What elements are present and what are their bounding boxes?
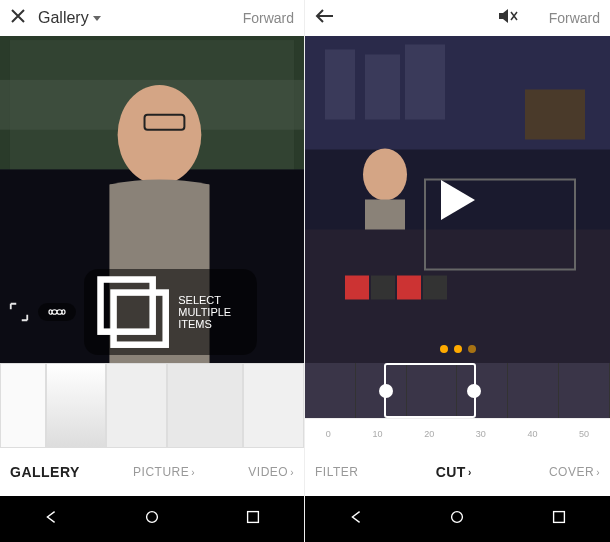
expand-icon[interactable] — [8, 301, 30, 323]
infinity-button[interactable] — [38, 303, 76, 321]
svg-rect-16 — [525, 90, 585, 140]
trim-handle-left[interactable] — [379, 384, 393, 398]
svg-point-17 — [363, 149, 407, 201]
chevron-right-icon: › — [468, 467, 472, 478]
gallery-dropdown-label: Gallery — [38, 9, 89, 27]
nav-home-icon[interactable] — [143, 508, 161, 530]
list-item[interactable] — [243, 363, 304, 448]
gallery-dropdown[interactable]: Gallery — [38, 9, 101, 27]
bottom-tabs-right: FILTER CUT› COVER› — [305, 448, 610, 496]
svg-rect-13 — [325, 50, 355, 120]
tab-picture[interactable]: PICTURE› — [133, 465, 195, 479]
page-dots — [440, 345, 476, 353]
chevron-down-icon — [93, 16, 101, 21]
tab-cut[interactable]: CUT› — [436, 464, 472, 480]
top-bar-left: Gallery Forward — [0, 0, 304, 36]
svg-rect-23 — [397, 276, 421, 300]
svg-rect-8 — [114, 292, 166, 344]
trim-handle-right[interactable] — [467, 384, 481, 398]
tab-filter[interactable]: FILTER — [315, 465, 358, 479]
gallery-thumbnails[interactable] — [0, 363, 304, 448]
android-nav-right — [305, 496, 610, 542]
tab-gallery[interactable]: GALLERY — [10, 464, 80, 480]
forward-button-right[interactable]: Forward — [549, 10, 600, 26]
gallery-panel: Gallery Forward — [0, 0, 305, 542]
trim-strip: 0 10 20 30 40 50 — [305, 363, 610, 448]
ruler: 0 10 20 30 40 50 — [305, 418, 610, 448]
svg-rect-10 — [248, 512, 259, 523]
svg-rect-26 — [554, 512, 565, 523]
tab-cover[interactable]: COVER› — [549, 465, 600, 479]
list-item[interactable] — [167, 363, 243, 448]
close-icon[interactable] — [10, 8, 26, 28]
chevron-right-icon: › — [290, 467, 294, 478]
chevron-right-icon: › — [596, 467, 600, 478]
top-bar-right: Forward — [305, 0, 610, 36]
bottom-tabs-left: GALLERY PICTURE› VIDEO› — [0, 448, 304, 496]
editor-panel: Forward — [305, 0, 610, 542]
chevron-right-icon: › — [191, 467, 195, 478]
nav-recent-icon[interactable] — [244, 508, 262, 530]
nav-recent-icon[interactable] — [550, 508, 568, 530]
mute-icon[interactable] — [497, 7, 519, 29]
preview-right[interactable] — [305, 36, 610, 363]
trim-frames[interactable] — [305, 363, 610, 418]
play-button[interactable] — [441, 180, 475, 220]
list-item[interactable] — [46, 363, 107, 448]
nav-back-icon[interactable] — [347, 508, 365, 530]
svg-point-9 — [147, 512, 158, 523]
svg-point-4 — [118, 85, 202, 185]
list-item[interactable] — [0, 363, 46, 448]
trim-selection[interactable] — [384, 363, 476, 418]
select-multiple-button[interactable]: SELECT MULTIPLE ITEMS — [84, 269, 257, 355]
forward-button-left[interactable]: Forward — [243, 10, 294, 26]
play-icon — [441, 180, 475, 220]
nav-back-icon[interactable] — [42, 508, 60, 530]
back-arrow-icon[interactable] — [315, 8, 335, 28]
preview-left[interactable]: SELECT MULTIPLE ITEMS — [0, 36, 304, 363]
svg-point-25 — [452, 512, 463, 523]
svg-rect-7 — [101, 279, 153, 331]
svg-rect-22 — [371, 276, 395, 300]
svg-rect-21 — [345, 276, 369, 300]
svg-rect-14 — [365, 55, 400, 120]
list-item[interactable] — [106, 363, 167, 448]
android-nav-left — [0, 496, 304, 542]
svg-rect-24 — [423, 276, 447, 300]
nav-home-icon[interactable] — [448, 508, 466, 530]
svg-rect-15 — [405, 45, 445, 120]
tab-video[interactable]: VIDEO› — [248, 465, 294, 479]
